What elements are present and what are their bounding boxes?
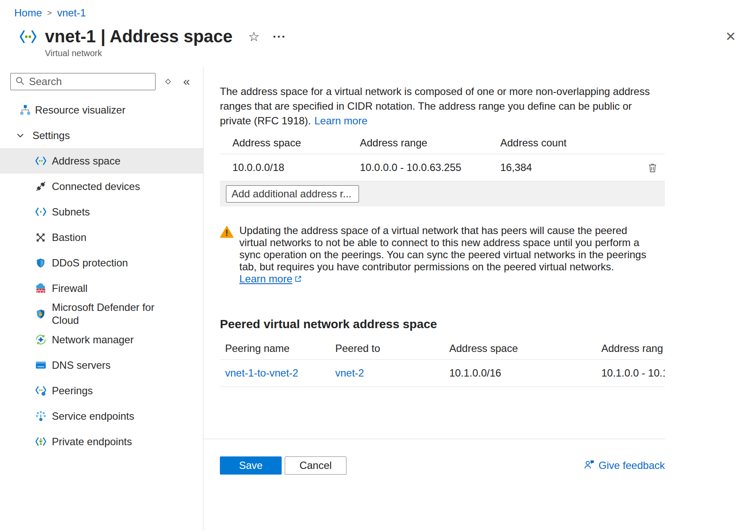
sidebar-item-peerings[interactable]: Peerings [0, 378, 203, 403]
ddos-protection-icon [35, 257, 47, 269]
page-title: vnet-1 | Address space [45, 27, 232, 46]
give-feedback-link[interactable]: Give feedback [583, 458, 665, 473]
peered-to-link[interactable]: vnet-2 [335, 367, 364, 379]
peered-address-range-value: 10.1.0.0 - 10.1 [601, 367, 665, 379]
cancel-button[interactable]: Cancel [285, 456, 346, 475]
virtual-network-icon [17, 28, 39, 46]
page-subtitle: Virtual network [45, 48, 756, 58]
sidebar-menu: Resource visualizer Settings Addr [0, 97, 203, 454]
warning-banner: Updating the address space of a virtual … [220, 225, 657, 285]
sidebar-item-private-endpoints[interactable]: Private endpoints [0, 429, 203, 454]
search-icon [15, 76, 25, 87]
give-feedback-icon [583, 458, 595, 473]
sidebar-item-address-space[interactable]: Address space [0, 148, 203, 174]
breadcrumb-separator: > [47, 8, 52, 18]
sidebar-item-bastion[interactable]: Bastion [0, 225, 203, 250]
breadcrumb-vnet-link[interactable]: vnet-1 [57, 7, 86, 19]
svg-text:www: www [37, 364, 44, 368]
address-table-header-row: Address space Address range Address coun… [220, 132, 665, 154]
chevron-down-icon [16, 130, 25, 142]
peered-section-title: Peered virtual network address space [220, 317, 665, 331]
microsoft-defender-icon [35, 308, 47, 320]
add-address-range-input[interactable] [226, 185, 359, 203]
connected-devices-icon [35, 180, 47, 193]
address-range-value: 10.0.0.0 - 10.0.63.255 [360, 162, 500, 174]
firewall-icon [35, 282, 47, 294]
col-peered-to: Peered to [335, 342, 449, 355]
sidebar-search-box [10, 73, 156, 90]
diamond-toggle-icon[interactable] [164, 78, 172, 86]
network-manager-icon [35, 334, 47, 346]
col-address-count: Address count [500, 137, 626, 149]
service-endpoints-icon [35, 410, 47, 422]
address-space-table: Address space Address range Address coun… [220, 132, 665, 206]
peering-name-link[interactable]: vnet-1-to-vnet-2 [225, 367, 298, 379]
sidebar-item-defender-for-cloud[interactable]: Microsoft Defender for Cloud [0, 301, 203, 327]
sidebar-item-subnets[interactable]: Subnets [0, 199, 203, 225]
peered-address-space-value: 10.1.0.0/16 [449, 367, 601, 379]
col-peered-address-range: Address rang [601, 342, 665, 355]
address-count-value: 16,384 [500, 162, 626, 174]
sidebar-item-resource-visualizer[interactable]: Resource visualizer [0, 97, 203, 123]
favorite-star-icon[interactable]: ☆ [248, 29, 260, 44]
address-space-value: 10.0.0.0/18 [220, 162, 360, 174]
collapse-sidebar-icon[interactable]: « [183, 76, 190, 88]
col-address-range: Address range [360, 137, 500, 149]
sidebar: « Resource visualizer Setting [0, 67, 203, 531]
warning-text: Updating the address space of a virtual … [239, 225, 657, 285]
page-header: vnet-1 | Address space ☆ ··· ✕ [0, 19, 756, 46]
warning-icon [220, 225, 234, 285]
col-address-space: Address space [220, 137, 360, 149]
sidebar-item-network-manager[interactable]: Network manager [0, 327, 203, 352]
search-input[interactable] [29, 76, 151, 88]
save-button[interactable]: Save [220, 456, 282, 475]
dns-servers-icon: www [35, 359, 47, 371]
sidebar-group-settings[interactable]: Settings [0, 123, 203, 148]
private-endpoints-icon [35, 436, 47, 448]
sidebar-item-dns-servers[interactable]: www DNS servers [0, 352, 203, 378]
more-options-icon[interactable]: ··· [273, 30, 286, 44]
warning-learn-more-link[interactable]: Learn more [239, 273, 302, 285]
peered-table-header-row: Peering name Peered to Address space Add… [220, 337, 665, 360]
subnets-icon [35, 206, 47, 218]
breadcrumb: Home > vnet-1 [0, 0, 756, 19]
intro-text: The address space for a virtual network … [220, 84, 657, 128]
sidebar-item-service-endpoints[interactable]: Service endpoints [0, 403, 203, 429]
sidebar-item-firewall[interactable]: Firewall [0, 276, 203, 301]
address-space-row: 10.0.0.0/18 10.0.0.0 - 10.0.63.255 16,38… [220, 154, 665, 181]
col-peering-name: Peering name [220, 342, 335, 355]
add-address-range-row [220, 181, 665, 206]
peerings-icon [35, 385, 47, 397]
footer-bar: Save Cancel Give feedback [203, 439, 665, 475]
close-icon[interactable]: ✕ [725, 29, 736, 44]
breadcrumb-home-link[interactable]: Home [14, 7, 42, 19]
bastion-icon [35, 231, 47, 244]
sidebar-item-ddos-protection[interactable]: DDoS protection [0, 250, 203, 276]
resource-visualizer-icon [19, 104, 31, 116]
peered-table: Peering name Peered to Address space Add… [220, 337, 665, 387]
external-link-icon [294, 273, 302, 285]
col-peered-address-space: Address space [449, 342, 601, 355]
sidebar-item-connected-devices[interactable]: Connected devices [0, 174, 203, 199]
delete-address-space-button[interactable] [647, 162, 658, 173]
peered-row: vnet-1-to-vnet-2 vnet-2 10.1.0.0/16 10.1… [220, 360, 665, 387]
intro-learn-more-link[interactable]: Learn more [314, 115, 368, 127]
address-space-icon [35, 155, 47, 167]
main-content: The address space for a virtual network … [203, 67, 756, 531]
